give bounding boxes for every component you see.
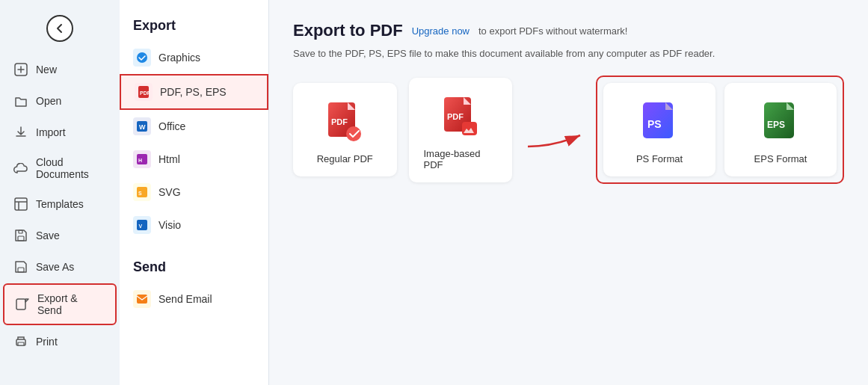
back-circle-icon[interactable] (46, 15, 73, 42)
visio-icon: V (133, 216, 151, 234)
svg-rect-2 (18, 236, 24, 241)
middle-item-svg-label: SVG (158, 186, 181, 198)
svg-rect-7 (18, 342, 24, 345)
html-icon: H (133, 150, 151, 168)
regular-pdf-icon: PDF (324, 101, 366, 143)
svg-rect-25 (462, 122, 477, 135)
ps-eps-highlight: PS PS Format (596, 76, 844, 184)
middle-item-pdf-label: PDF, PS, EPS (160, 86, 227, 98)
sidebar-item-new[interactable]: New (3, 55, 117, 84)
middle-item-visio[interactable]: V Visio (120, 209, 268, 241)
svg-text:PDF: PDF (447, 112, 464, 121)
cloud-icon (13, 161, 28, 176)
image-pdf-icon: PDF (440, 96, 481, 138)
middle-item-html-label: Html (158, 153, 180, 165)
svg-text:W: W (139, 123, 146, 131)
middle-item-pdf[interactable]: PDF PDF, PS, EPS (120, 74, 268, 110)
middle-item-office-label: Office (158, 120, 185, 132)
ps-format-label: PS Format (636, 153, 683, 164)
sidebar-item-import-label: Import (36, 126, 66, 138)
back-button[interactable] (0, 7, 120, 49)
sidebar-item-open-label: Open (36, 95, 61, 107)
svg-text:PDF: PDF (331, 117, 348, 126)
ps-format-card[interactable]: PS PS Format (603, 83, 715, 176)
export-to-pdf-title: Export to PDF (293, 21, 403, 40)
svg-text:H: H (138, 158, 142, 163)
export-header: Export to PDF Upgrade now to export PDFs… (293, 21, 844, 40)
svg-text:V: V (139, 224, 143, 229)
pdf-icon: PDF (135, 83, 153, 101)
svg-rect-4 (18, 268, 24, 272)
middle-panel: Export Graphics PDF PDF, PS, EPS W Offic… (120, 0, 269, 385)
sidebar-item-new-label: New (36, 64, 57, 76)
new-icon (13, 62, 28, 77)
sidebar-item-saveas-label: Save As (36, 261, 74, 273)
sidebar-item-import[interactable]: Import (3, 117, 117, 147)
svg-point-8 (137, 52, 147, 63)
ps-format-icon: PS (638, 101, 680, 143)
svg-icon: S (133, 183, 151, 201)
sidebar-item-templates-label: Templates (36, 198, 84, 210)
main-content: Export to PDF Upgrade now to export PDFs… (269, 0, 868, 385)
svg-text:PS: PS (647, 118, 662, 130)
image-pdf-card[interactable]: PDF Image-based PDF (409, 78, 513, 182)
office-icon: W (133, 117, 151, 135)
export-section-title: Export (120, 7, 268, 41)
saveas-icon (13, 259, 28, 274)
sidebar-item-cloud-label: Cloud Documents (36, 156, 106, 180)
upgrade-suffix: to export PDFs without watermark! (478, 25, 627, 37)
graphics-icon (133, 49, 151, 67)
image-pdf-label: Image-based PDF (424, 148, 498, 170)
save-icon (13, 228, 28, 243)
middle-item-office[interactable]: W Office (120, 110, 268, 143)
svg-text:PDF: PDF (140, 90, 150, 96)
sidebar-item-export-label: Export & Send (37, 292, 105, 316)
middle-item-html[interactable]: H Html (120, 143, 268, 176)
sidebar-item-templates[interactable]: Templates (3, 189, 117, 219)
svg-rect-5 (16, 299, 25, 309)
sidebar-item-print-label: Print (36, 336, 58, 348)
svg-rect-19 (137, 295, 147, 304)
arrow-indicator (524, 109, 584, 150)
sidebar-item-save[interactable]: Save (3, 221, 117, 250)
middle-item-sendemail[interactable]: Send Email (120, 283, 268, 315)
sidebar-item-print[interactable]: Print (3, 327, 117, 357)
upgrade-link[interactable]: Upgrade now (412, 25, 470, 37)
open-icon (13, 93, 28, 108)
regular-pdf-label: Regular PDF (317, 153, 373, 164)
templates-icon (13, 197, 28, 212)
eps-format-label: EPS Format (754, 153, 807, 164)
sidebar: New Open Import Cloud Documents (0, 0, 120, 385)
svg-text:EPS: EPS (767, 120, 785, 130)
middle-item-graphics[interactable]: Graphics (120, 41, 268, 74)
svg-rect-1 (15, 198, 27, 210)
middle-item-graphics-label: Graphics (158, 52, 200, 64)
sidebar-item-cloud[interactable]: Cloud Documents (3, 149, 117, 188)
send-section-title: Send (120, 249, 268, 283)
svg-text:S: S (138, 191, 142, 196)
import-icon (13, 125, 28, 140)
sidebar-item-export[interactable]: Export & Send (3, 283, 117, 325)
sidebar-item-saveas[interactable]: Save As (3, 252, 117, 282)
middle-item-svg[interactable]: S SVG (120, 176, 268, 209)
export-description: Save to the PDF, PS, EPS file to make th… (293, 48, 844, 59)
sidebar-item-save-label: Save (36, 230, 60, 241)
svg-point-22 (346, 126, 361, 141)
middle-item-visio-label: Visio (158, 219, 181, 231)
print-icon (13, 334, 28, 349)
eps-format-card[interactable]: EPS EPS Format (724, 83, 837, 176)
sidebar-item-open[interactable]: Open (3, 86, 117, 116)
export-icon (15, 297, 30, 312)
eps-format-icon: EPS (760, 101, 801, 143)
middle-item-sendemail-label: Send Email (158, 293, 212, 305)
regular-pdf-card[interactable]: PDF Regular PDF (293, 83, 397, 176)
sendemail-icon (133, 290, 151, 308)
format-cards-row: PDF Regular PDF (293, 76, 844, 184)
